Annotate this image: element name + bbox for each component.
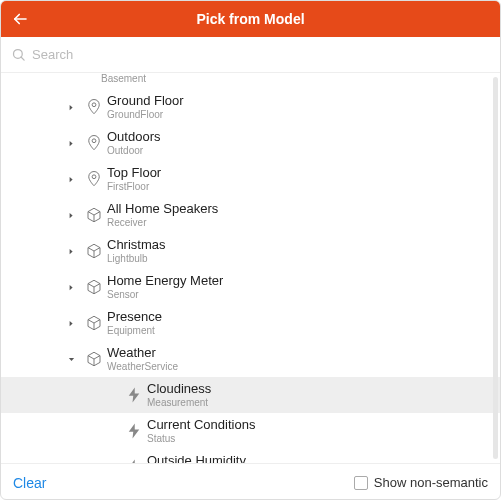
chevron-down-icon[interactable] <box>61 355 81 364</box>
tree-item-sublabel: FirstFloor <box>107 181 161 193</box>
footer: Clear Show non-semantic <box>1 463 500 500</box>
tree-item[interactable]: ChristmasLightbulb <box>1 233 500 269</box>
location-pin-icon <box>85 98 103 116</box>
tree-item[interactable]: WeatherWeatherService <box>1 341 500 377</box>
tree-item-partial[interactable]: Basement <box>1 73 500 89</box>
tree-item[interactable]: OutdoorsOutdoor <box>1 125 500 161</box>
chevron-right-icon[interactable] <box>61 211 81 220</box>
tree-item-sublabel: Sensor <box>107 289 223 301</box>
tree-item-icon <box>81 206 107 224</box>
chevron-right-icon[interactable] <box>61 319 81 328</box>
tree-item-label: Cloudiness <box>147 382 211 397</box>
cube-icon <box>85 278 103 296</box>
tree-item-label: Christmas <box>107 238 166 253</box>
tree-item-label: All Home Speakers <box>107 202 218 217</box>
tree-item[interactable]: CloudinessMeasurement <box>1 377 500 413</box>
cube-icon <box>85 242 103 260</box>
chevron-right-icon[interactable] <box>61 175 81 184</box>
tree-item-sublabel: Status <box>147 433 255 445</box>
tree-item-label: Presence <box>107 310 162 325</box>
clear-button[interactable]: Clear <box>13 475 46 491</box>
tree-item-sublabel: GroundFloor <box>107 109 184 121</box>
tree-item-label: Weather <box>107 346 178 361</box>
tree-item-label: Home Energy Meter <box>107 274 223 289</box>
search-bar[interactable] <box>1 37 500 73</box>
scrollbar[interactable] <box>493 77 498 459</box>
location-pin-icon <box>85 134 103 152</box>
chevron-right-icon[interactable] <box>61 103 81 112</box>
tree-item-label: Outside Humidity <box>147 454 256 463</box>
lightning-icon <box>125 422 143 440</box>
tree-item-icon <box>81 350 107 368</box>
tree-item-icon <box>121 458 147 463</box>
search-input[interactable] <box>32 47 490 62</box>
tree-item-icon <box>121 422 147 440</box>
cube-icon <box>85 350 103 368</box>
cube-icon <box>85 314 103 332</box>
tree-item[interactable]: Outside HumidityMeasurement (Humidity) <box>1 449 500 463</box>
tree-item[interactable]: Home Energy MeterSensor <box>1 269 500 305</box>
tree-item-icon <box>81 170 107 188</box>
svg-line-2 <box>21 57 24 60</box>
lightning-icon <box>125 458 143 463</box>
tree-item-sublabel: Lightbulb <box>107 253 166 265</box>
tree-item[interactable]: Top FloorFirstFloor <box>1 161 500 197</box>
chevron-right-icon[interactable] <box>61 283 81 292</box>
tree-item-icon <box>81 278 107 296</box>
back-button[interactable] <box>11 1 29 37</box>
tree-item-icon <box>121 386 147 404</box>
tree-item[interactable]: Ground FloorGroundFloor <box>1 89 500 125</box>
tree-item-icon <box>81 134 107 152</box>
tree-item[interactable]: All Home SpeakersReceiver <box>1 197 500 233</box>
arrow-left-icon <box>11 10 29 28</box>
chevron-right-icon[interactable] <box>61 139 81 148</box>
header: Pick from Model <box>1 1 500 37</box>
tree-item[interactable]: PresenceEquipment <box>1 305 500 341</box>
show-non-semantic-checkbox[interactable]: Show non-semantic <box>354 475 488 490</box>
tree-item-label: Top Floor <box>107 166 161 181</box>
tree-item-sublabel: Basement <box>101 73 146 84</box>
tree-item-sublabel: Equipment <box>107 325 162 337</box>
checkbox-label: Show non-semantic <box>374 475 488 490</box>
tree-item[interactable]: Current ConditionsStatus <box>1 413 500 449</box>
lightning-icon <box>125 386 143 404</box>
tree-item-sublabel: WeatherService <box>107 361 178 373</box>
model-tree[interactable]: Basement Ground FloorGroundFloorOutdoors… <box>1 73 500 463</box>
tree-item-sublabel: Receiver <box>107 217 218 229</box>
tree-item-label: Ground Floor <box>107 94 184 109</box>
tree-item-icon <box>81 314 107 332</box>
tree-item-label: Outdoors <box>107 130 160 145</box>
tree-item-sublabel: Outdoor <box>107 145 160 157</box>
location-pin-icon <box>85 170 103 188</box>
tree-item-sublabel: Measurement <box>147 397 211 409</box>
tree-item-label: Current Conditions <box>147 418 255 433</box>
tree-item-icon <box>81 242 107 260</box>
page-title: Pick from Model <box>1 11 500 27</box>
checkbox-box[interactable] <box>354 476 368 490</box>
tree-item-icon <box>81 98 107 116</box>
chevron-right-icon[interactable] <box>61 247 81 256</box>
search-icon <box>11 47 26 62</box>
cube-icon <box>85 206 103 224</box>
